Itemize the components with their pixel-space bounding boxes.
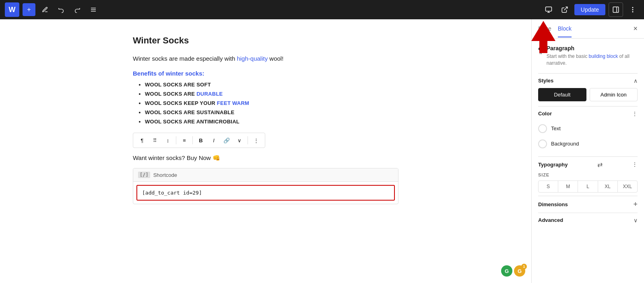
svg-point-11 <box>632 12 633 12</box>
shortcode-header: [/] Shortcode <box>133 168 398 182</box>
shortcode-block: [/] Shortcode <box>133 168 398 204</box>
cta-line: Want winter socks? Buy Now 👊 <box>133 154 398 162</box>
block-description: Start with the basic building block of a… <box>547 53 638 67</box>
dimensions-header: Dimensions + <box>538 196 638 213</box>
color-label: Color <box>538 111 552 117</box>
redo-button[interactable] <box>71 3 84 16</box>
styles-section: Styles ∧ Default Admin Icon <box>538 73 638 101</box>
wp-logo[interactable]: W <box>5 2 19 17</box>
sidebar-tabs: Page Block × <box>532 19 644 39</box>
benefits-heading: Benefits of winter socks: <box>133 70 398 77</box>
typography-options-button[interactable]: ⋮ <box>632 161 638 168</box>
svg-rect-7 <box>613 7 619 12</box>
benefits-list: WOOL SOCKS ARE SOFT WOOL SOCKS ARE DURAB… <box>133 82 398 125</box>
styles-section-header: Styles ∧ <box>538 73 638 88</box>
dimensions-label: Dimensions <box>538 201 568 207</box>
more-options-button[interactable] <box>626 3 639 16</box>
color-options-button[interactable]: ⋮ <box>632 111 638 117</box>
tab-page[interactable]: Page <box>538 21 551 37</box>
article-paragraph: Winter socks are made especially with hi… <box>133 54 398 64</box>
drag-handle-button[interactable]: ⠿ <box>149 135 161 146</box>
highlight-text: FEET WARM <box>217 100 249 106</box>
toolbar-separator <box>176 136 176 144</box>
sidebar-content: ¶ Paragraph Start with the basic buildin… <box>532 39 644 283</box>
update-button[interactable]: Update <box>574 4 605 15</box>
italic-button[interactable]: I <box>208 135 219 146</box>
high-quality-link[interactable]: high-quality <box>237 55 268 62</box>
typography-section: Typography ⇄ ⋮ SIZE S M L XL XXL <box>538 155 638 193</box>
block-title: Paragraph <box>547 45 638 51</box>
avatar-badge: 1 <box>521 264 527 269</box>
list-item: WOOL SOCKS ARE SOFT <box>145 82 398 88</box>
svg-point-9 <box>632 7 633 8</box>
list-item: WOOL SOCKS ARE ANTIMICROBIAL <box>145 119 398 125</box>
text-color-label: Text <box>551 125 561 131</box>
background-color-label: Background <box>551 141 579 147</box>
list-item: WOOL SOCKS KEEP YOUR FEET WARM <box>145 100 398 106</box>
avatar-green[interactable]: G <box>501 265 512 277</box>
block-more-button[interactable]: ⋮ <box>250 135 262 146</box>
paragraph-type-button[interactable]: ¶ <box>136 135 148 146</box>
paragraph-block-icon: ¶ <box>538 46 543 55</box>
sidebar: Page Block × ¶ Paragraph Start with the … <box>531 19 644 283</box>
typography-section-header: Typography ⇄ ⋮ <box>538 156 638 172</box>
bold-button[interactable]: B <box>195 135 206 146</box>
advanced-section: Advanced ∨ <box>538 213 638 228</box>
article-heading: Winter Socks <box>133 35 398 46</box>
style-default[interactable]: Default <box>538 88 586 101</box>
pen-tool-button[interactable] <box>39 3 52 16</box>
styles-options: Default Admin Icon <box>538 88 638 101</box>
main-layout: Winter Socks Winter socks are made espec… <box>0 19 644 283</box>
link-button[interactable]: 🔗 <box>221 135 232 146</box>
size-s[interactable]: S <box>539 181 558 192</box>
size-m[interactable]: M <box>558 181 578 192</box>
typography-label: Typography <box>538 162 568 168</box>
block-toolbar: ¶ ⠿ ↕ ≡ B I 🔗 ∨ ⋮ <box>133 133 265 148</box>
building-block-link[interactable]: building block <box>588 53 618 59</box>
highlight-text: DURABLE <box>196 91 223 97</box>
text-color-swatch[interactable] <box>538 124 547 133</box>
dimensions-section: Dimensions + <box>538 196 638 213</box>
size-xl[interactable]: XL <box>598 181 618 192</box>
shortcode-input[interactable] <box>136 185 395 201</box>
avatar-yellow-wrapper: G 1 <box>514 265 525 277</box>
svg-rect-3 <box>545 7 551 11</box>
external-link-button[interactable] <box>558 3 571 16</box>
tab-block[interactable]: Block <box>558 21 572 37</box>
shortcode-label: Shortcode <box>153 172 177 178</box>
undo-button[interactable] <box>55 3 68 16</box>
color-text-option: Text <box>538 121 638 136</box>
color-section: Color ⋮ Text Background <box>538 106 638 155</box>
advanced-label: Advanced <box>538 217 563 223</box>
toolbar-separator <box>192 136 193 144</box>
more-rich-text-button[interactable]: ∨ <box>234 135 245 146</box>
list-view-button[interactable] <box>87 3 100 16</box>
size-l[interactable]: L <box>578 181 598 192</box>
typography-adjust-button[interactable]: ⇄ <box>597 161 603 168</box>
sidebar-toggle-button[interactable] <box>609 2 623 17</box>
shortcode-input-wrapper <box>133 182 398 204</box>
add-block-button[interactable]: + <box>23 3 35 16</box>
advanced-chevron[interactable]: ∨ <box>634 217 638 224</box>
block-info: Paragraph Start with the basic building … <box>547 45 638 67</box>
list-item: WOOL SOCKS ARE SUSTAINABLE <box>145 109 398 115</box>
styles-chevron[interactable]: ∧ <box>634 78 638 84</box>
toolbar: W + Update <box>0 0 644 19</box>
dimensions-add-button[interactable]: + <box>633 200 638 209</box>
styles-label: Styles <box>538 78 553 84</box>
align-button[interactable]: ≡ <box>179 135 190 146</box>
block-info-header: ¶ Paragraph Start with the basic buildin… <box>538 45 638 67</box>
svg-line-6 <box>564 7 567 10</box>
sidebar-close-button[interactable]: × <box>633 25 638 33</box>
move-up-down-button[interactable]: ↕ <box>162 135 173 146</box>
content-area[interactable]: Winter Socks Winter socks are made espec… <box>0 19 531 283</box>
desktop-view-button[interactable] <box>542 3 555 16</box>
size-options: S M L XL XXL <box>538 180 638 193</box>
size-xxl[interactable]: XXL <box>618 181 637 192</box>
style-admin-icon[interactable]: Admin Icon <box>590 88 638 101</box>
list-item: WOOL SOCKS ARE DURABLE <box>145 91 398 97</box>
color-background-option: Background <box>538 136 638 152</box>
bottom-avatars: G G 1 <box>501 265 525 277</box>
background-color-swatch[interactable] <box>538 139 547 148</box>
svg-point-10 <box>632 9 633 10</box>
